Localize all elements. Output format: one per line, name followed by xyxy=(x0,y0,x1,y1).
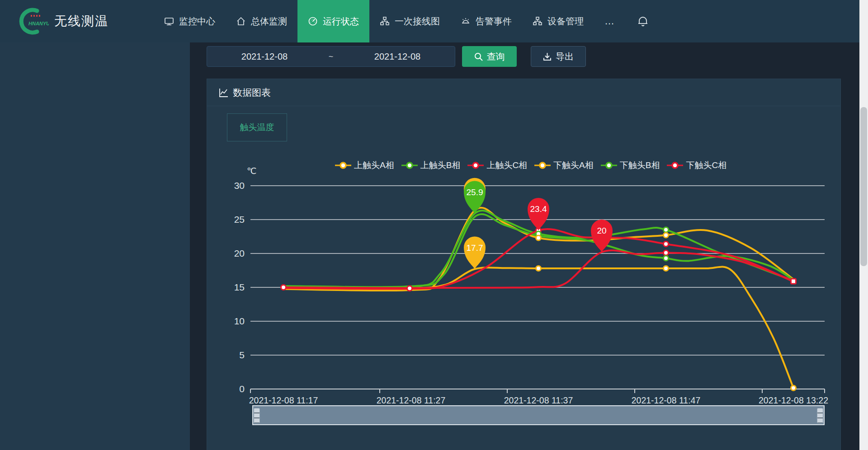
max-value-pin xyxy=(591,220,613,252)
export-button[interactable]: 导出 xyxy=(531,46,586,67)
chart-panel: 数据图表 触头温度 上触头A相上触头B相上触头C相下触头A相下触头B相下触头C相… xyxy=(207,79,841,450)
nav-item-gauge[interactable]: 运行状态 xyxy=(297,0,369,42)
app-title: 无线测温 xyxy=(54,13,108,30)
y-tick-label: 15 xyxy=(234,282,245,292)
y-tick-label: 20 xyxy=(234,248,245,258)
search-icon xyxy=(474,52,483,61)
page-scrollbar-thumb[interactable] xyxy=(860,107,867,266)
nav-item-label: 告警事件 xyxy=(476,15,512,28)
max-value-pin-label: 17.7 xyxy=(467,243,483,253)
nav-menu: 监控中心总体监测运行状态一次接线图告警事件设备管理 xyxy=(154,0,594,42)
date-range-picker[interactable]: 2021-12-08 ~ 2021-12-08 xyxy=(207,46,455,67)
temperature-line-chart: 051015202530℃2021-12-08 11:172021-12-08 … xyxy=(207,79,841,450)
data-point-marker xyxy=(664,250,669,255)
x-tick-label: 2021-12-08 11:37 xyxy=(504,395,573,405)
x-tick-label: 2021-12-08 11:27 xyxy=(377,395,446,405)
y-tick-label: 5 xyxy=(239,350,245,360)
data-point-marker xyxy=(536,235,541,240)
data-point-marker xyxy=(664,242,669,247)
x-tick-label: 2021-12-08 13:22 xyxy=(759,395,828,405)
nav-item-label: 运行状态 xyxy=(323,15,359,28)
datazoom-left-handle[interactable] xyxy=(254,408,260,423)
logo-text: HNANYUE xyxy=(28,21,49,26)
nav-item-monitor[interactable]: 监控中心 xyxy=(154,0,226,42)
nav-more-button[interactable]: … xyxy=(594,15,626,27)
max-value-pin xyxy=(528,198,549,230)
brand-logo: HNANYUE xyxy=(17,7,49,35)
y-tick-label: 10 xyxy=(234,316,245,326)
data-point-marker xyxy=(791,385,796,390)
wiring-icon xyxy=(380,16,390,26)
start-date-value[interactable]: 2021-12-08 xyxy=(207,52,322,62)
data-point-marker xyxy=(664,256,669,261)
datazoom-slider[interactable] xyxy=(252,405,825,425)
notification-bell-button[interactable] xyxy=(626,15,660,27)
end-date-value[interactable]: 2021-12-08 xyxy=(340,52,455,62)
query-button[interactable]: 查询 xyxy=(462,46,517,67)
y-tick-label: 25 xyxy=(234,214,245,225)
series-line-上触头A相 xyxy=(283,267,793,388)
alarm-icon xyxy=(461,16,471,26)
page-scrollbar[interactable] xyxy=(859,0,868,450)
y-tick-label: 30 xyxy=(234,180,245,191)
home-icon xyxy=(236,16,246,26)
max-value-pin-label: 23.4 xyxy=(530,204,547,214)
x-tick-label: 2021-12-08 11:17 xyxy=(249,395,318,405)
download-icon xyxy=(543,52,552,61)
y-tick-label: 0 xyxy=(239,384,245,394)
gauge-icon xyxy=(308,16,318,26)
export-button-label: 导出 xyxy=(556,51,574,63)
data-point-marker xyxy=(664,233,669,238)
bell-icon xyxy=(637,15,648,27)
max-value-pin xyxy=(464,237,486,269)
data-point-marker xyxy=(664,266,669,271)
data-point-marker xyxy=(407,286,412,291)
x-tick-label: 2021-12-08 11:47 xyxy=(632,395,701,405)
top-navbar: HNANYUE 无线测温 监控中心总体监测运行状态一次接线图告警事件设备管理 … xyxy=(0,0,868,42)
nav-item-alarm[interactable]: 告警事件 xyxy=(450,0,522,42)
nav-item-devices[interactable]: 设备管理 xyxy=(522,0,594,42)
devices-icon xyxy=(533,16,542,26)
nav-item-label: 总体监测 xyxy=(251,15,287,28)
date-range-separator: ~ xyxy=(322,52,340,61)
query-button-label: 查询 xyxy=(487,51,505,63)
data-point-marker xyxy=(536,266,541,271)
nav-item-label: 一次接线图 xyxy=(395,15,440,28)
data-point-marker xyxy=(664,227,669,232)
max-value-pin-label: 20 xyxy=(597,226,606,235)
nav-item-label: 监控中心 xyxy=(179,15,215,28)
nav-item-home[interactable]: 总体监测 xyxy=(226,0,297,42)
nav-item-label: 设备管理 xyxy=(547,15,584,28)
datazoom-right-handle[interactable] xyxy=(817,408,823,423)
data-point-marker xyxy=(791,279,796,284)
nav-item-wiring[interactable]: 一次接线图 xyxy=(369,0,450,42)
y-axis-unit: ℃ xyxy=(247,166,256,176)
max-value-pin-label: 25.9 xyxy=(467,188,483,197)
left-sidebar xyxy=(0,42,190,450)
data-point-marker xyxy=(281,285,286,290)
monitor-icon xyxy=(164,16,174,26)
